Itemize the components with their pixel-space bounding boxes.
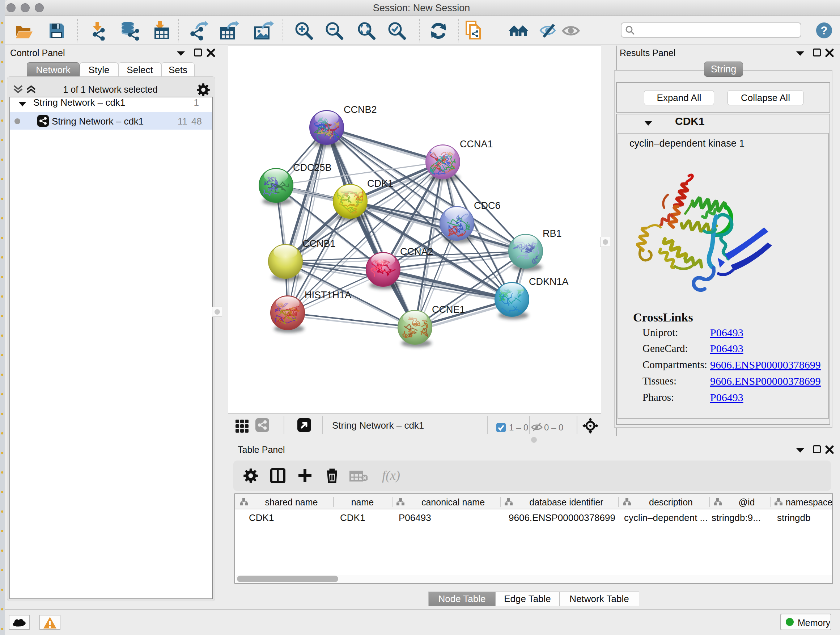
svg-text:HIST1H1A: HIST1H1A <box>305 290 351 301</box>
svg-text:CDK1: CDK1 <box>367 178 393 189</box>
svg-text:RB1: RB1 <box>543 228 562 239</box>
svg-text:CCNB1: CCNB1 <box>302 238 336 249</box>
svg-text:CDKN1A: CDKN1A <box>529 276 569 287</box>
svg-text:CCNB2: CCNB2 <box>344 104 377 115</box>
svg-text:CDC25B: CDC25B <box>293 162 332 173</box>
svg-text:CCNA1: CCNA1 <box>460 139 493 149</box>
svg-text:CDC6: CDC6 <box>474 200 501 211</box>
svg-text:CCNE1: CCNE1 <box>432 304 465 315</box>
svg-text:CCNA2: CCNA2 <box>400 246 433 257</box>
